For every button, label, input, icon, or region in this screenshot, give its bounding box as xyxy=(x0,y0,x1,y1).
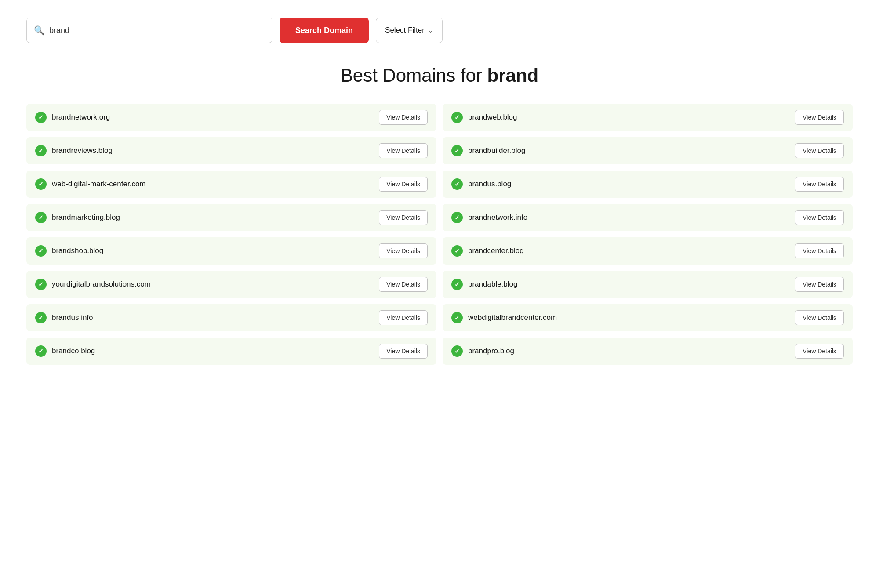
domain-left: brandable.blog xyxy=(451,279,517,290)
available-check-icon xyxy=(35,212,47,223)
search-bar: 🔍 Search Domain Select Filter ⌄ xyxy=(26,18,853,43)
view-details-button[interactable]: View Details xyxy=(379,310,428,325)
domain-name: brandable.blog xyxy=(468,280,517,289)
domain-left: brandco.blog xyxy=(35,345,95,357)
chevron-down-icon: ⌄ xyxy=(428,27,433,34)
domain-name: web-digital-mark-center.com xyxy=(52,180,146,189)
view-details-button[interactable]: View Details xyxy=(379,210,428,225)
domain-item: brandreviews.blogView Details xyxy=(26,137,436,164)
select-filter-button[interactable]: Select Filter ⌄ xyxy=(376,18,443,43)
available-check-icon xyxy=(451,112,463,123)
domain-left: brandweb.blog xyxy=(451,112,517,123)
domain-item: brandcenter.blogView Details xyxy=(443,237,853,265)
domain-left: brandus.blog xyxy=(451,178,511,190)
domain-item: brandnetwork.infoView Details xyxy=(443,204,853,231)
domain-item: webdigitalbrandcenter.comView Details xyxy=(443,304,853,331)
search-input[interactable] xyxy=(49,26,265,35)
domain-item: brandco.blogView Details xyxy=(26,338,436,365)
domain-item: brandbuilder.blogView Details xyxy=(443,137,853,164)
domain-item: brandshop.blogView Details xyxy=(26,237,436,265)
view-details-button[interactable]: View Details xyxy=(795,344,844,359)
view-details-button[interactable]: View Details xyxy=(795,310,844,325)
view-details-button[interactable]: View Details xyxy=(379,143,428,158)
available-check-icon xyxy=(451,279,463,290)
view-details-button[interactable]: View Details xyxy=(795,210,844,225)
domain-left: brandshop.blog xyxy=(35,245,103,257)
domain-name: brandweb.blog xyxy=(468,113,517,122)
domain-name: brandco.blog xyxy=(52,347,95,356)
available-check-icon xyxy=(35,245,47,257)
view-details-button[interactable]: View Details xyxy=(795,110,844,125)
domain-name: brandmarketing.blog xyxy=(52,213,120,222)
domain-name: yourdigitalbrandsolutions.com xyxy=(52,280,151,289)
view-details-button[interactable]: View Details xyxy=(795,143,844,158)
domain-left: brandnetwork.org xyxy=(35,112,110,123)
view-details-button[interactable]: View Details xyxy=(795,277,844,292)
available-check-icon xyxy=(35,178,47,190)
title-prefix: Best Domains for xyxy=(341,65,487,86)
domain-left: webdigitalbrandcenter.com xyxy=(451,312,557,323)
domain-left: brandcenter.blog xyxy=(451,245,524,257)
domain-left: brandus.info xyxy=(35,312,93,323)
view-details-button[interactable]: View Details xyxy=(379,344,428,359)
page-title: Best Domains for brand xyxy=(26,65,853,86)
domain-name: brandus.blog xyxy=(468,180,511,189)
view-details-button[interactable]: View Details xyxy=(379,243,428,258)
available-check-icon xyxy=(451,312,463,323)
domain-item: brandus.infoView Details xyxy=(26,304,436,331)
title-keyword: brand xyxy=(487,65,539,86)
domain-name: brandnetwork.info xyxy=(468,213,527,222)
search-input-wrapper: 🔍 xyxy=(26,18,272,43)
available-check-icon xyxy=(451,345,463,357)
domain-item: brandnetwork.orgView Details xyxy=(26,104,436,131)
domain-name: brandpro.blog xyxy=(468,347,514,356)
domain-name: webdigitalbrandcenter.com xyxy=(468,313,557,322)
available-check-icon xyxy=(35,112,47,123)
available-check-icon xyxy=(35,279,47,290)
view-details-button[interactable]: View Details xyxy=(379,277,428,292)
search-domain-button[interactable]: Search Domain xyxy=(280,18,369,43)
available-check-icon xyxy=(451,245,463,257)
domain-name: brandcenter.blog xyxy=(468,247,524,255)
domain-name: brandus.info xyxy=(52,313,93,322)
domain-item: web-digital-mark-center.comView Details xyxy=(26,171,436,198)
domain-name: brandnetwork.org xyxy=(52,113,110,122)
domain-left: brandbuilder.blog xyxy=(451,145,525,156)
available-check-icon xyxy=(35,345,47,357)
domain-item: yourdigitalbrandsolutions.comView Detail… xyxy=(26,271,436,298)
domain-left: brandreviews.blog xyxy=(35,145,113,156)
domain-left: brandpro.blog xyxy=(451,345,514,357)
domain-item: brandmarketing.blogView Details xyxy=(26,204,436,231)
view-details-button[interactable]: View Details xyxy=(379,110,428,125)
domain-item: brandweb.blogView Details xyxy=(443,104,853,131)
available-check-icon xyxy=(35,312,47,323)
available-check-icon xyxy=(451,178,463,190)
domain-item: brandus.blogView Details xyxy=(443,171,853,198)
domain-name: brandshop.blog xyxy=(52,247,103,255)
view-details-button[interactable]: View Details xyxy=(795,177,844,192)
domain-left: brandmarketing.blog xyxy=(35,212,120,223)
domain-left: brandnetwork.info xyxy=(451,212,527,223)
view-details-button[interactable]: View Details xyxy=(379,177,428,192)
domain-item: brandable.blogView Details xyxy=(443,271,853,298)
domain-item: brandpro.blogView Details xyxy=(443,338,853,365)
domain-left: web-digital-mark-center.com xyxy=(35,178,146,190)
domain-left: yourdigitalbrandsolutions.com xyxy=(35,279,151,290)
available-check-icon xyxy=(451,145,463,156)
domain-name: brandbuilder.blog xyxy=(468,146,525,155)
domain-name: brandreviews.blog xyxy=(52,146,113,155)
available-check-icon xyxy=(451,212,463,223)
filter-label: Select Filter xyxy=(385,26,425,35)
domains-grid: brandnetwork.orgView Detailsbrandweb.blo… xyxy=(26,104,853,365)
search-icon: 🔍 xyxy=(34,25,45,36)
view-details-button[interactable]: View Details xyxy=(795,243,844,258)
available-check-icon xyxy=(35,145,47,156)
